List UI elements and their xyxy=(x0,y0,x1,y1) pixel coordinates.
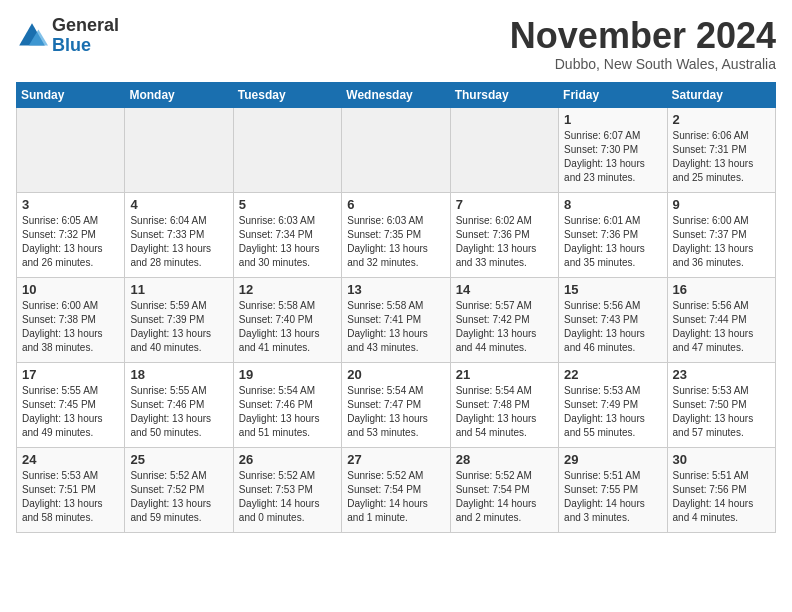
calendar-cell: 12Sunrise: 5:58 AM Sunset: 7:40 PM Dayli… xyxy=(233,277,341,362)
cell-info: Sunrise: 6:05 AM Sunset: 7:32 PM Dayligh… xyxy=(22,214,119,270)
week-row-3: 10Sunrise: 6:00 AM Sunset: 7:38 PM Dayli… xyxy=(17,277,776,362)
cell-info: Sunrise: 5:52 AM Sunset: 7:53 PM Dayligh… xyxy=(239,469,336,525)
header-friday: Friday xyxy=(559,82,667,107)
calendar-cell: 17Sunrise: 5:55 AM Sunset: 7:45 PM Dayli… xyxy=(17,362,125,447)
calendar-cell: 20Sunrise: 5:54 AM Sunset: 7:47 PM Dayli… xyxy=(342,362,450,447)
cell-info: Sunrise: 5:52 AM Sunset: 7:54 PM Dayligh… xyxy=(456,469,553,525)
calendar-cell: 6Sunrise: 6:03 AM Sunset: 7:35 PM Daylig… xyxy=(342,192,450,277)
day-number: 6 xyxy=(347,197,444,212)
calendar-cell: 19Sunrise: 5:54 AM Sunset: 7:46 PM Dayli… xyxy=(233,362,341,447)
day-number: 18 xyxy=(130,367,227,382)
day-number: 3 xyxy=(22,197,119,212)
week-row-4: 17Sunrise: 5:55 AM Sunset: 7:45 PM Dayli… xyxy=(17,362,776,447)
calendar-cell: 3Sunrise: 6:05 AM Sunset: 7:32 PM Daylig… xyxy=(17,192,125,277)
calendar-cell xyxy=(342,107,450,192)
calendar-cell: 23Sunrise: 5:53 AM Sunset: 7:50 PM Dayli… xyxy=(667,362,775,447)
logo-general-text: General xyxy=(52,16,119,36)
calendar-cell: 30Sunrise: 5:51 AM Sunset: 7:56 PM Dayli… xyxy=(667,447,775,532)
cell-info: Sunrise: 5:56 AM Sunset: 7:44 PM Dayligh… xyxy=(673,299,770,355)
calendar-table: SundayMondayTuesdayWednesdayThursdayFrid… xyxy=(16,82,776,533)
logo-icon xyxy=(16,20,48,52)
calendar-cell: 5Sunrise: 6:03 AM Sunset: 7:34 PM Daylig… xyxy=(233,192,341,277)
day-number: 7 xyxy=(456,197,553,212)
calendar-cell xyxy=(17,107,125,192)
cell-info: Sunrise: 5:55 AM Sunset: 7:45 PM Dayligh… xyxy=(22,384,119,440)
cell-info: Sunrise: 5:54 AM Sunset: 7:48 PM Dayligh… xyxy=(456,384,553,440)
header-tuesday: Tuesday xyxy=(233,82,341,107)
week-row-2: 3Sunrise: 6:05 AM Sunset: 7:32 PM Daylig… xyxy=(17,192,776,277)
calendar-cell: 16Sunrise: 5:56 AM Sunset: 7:44 PM Dayli… xyxy=(667,277,775,362)
calendar-cell: 7Sunrise: 6:02 AM Sunset: 7:36 PM Daylig… xyxy=(450,192,558,277)
calendar-cell: 14Sunrise: 5:57 AM Sunset: 7:42 PM Dayli… xyxy=(450,277,558,362)
cell-info: Sunrise: 5:54 AM Sunset: 7:46 PM Dayligh… xyxy=(239,384,336,440)
calendar-cell: 9Sunrise: 6:00 AM Sunset: 7:37 PM Daylig… xyxy=(667,192,775,277)
title-block: November 2024 Dubbo, New South Wales, Au… xyxy=(510,16,776,72)
cell-info: Sunrise: 5:54 AM Sunset: 7:47 PM Dayligh… xyxy=(347,384,444,440)
cell-info: Sunrise: 5:59 AM Sunset: 7:39 PM Dayligh… xyxy=(130,299,227,355)
day-number: 2 xyxy=(673,112,770,127)
logo: General Blue xyxy=(16,16,119,56)
calendar-cell: 24Sunrise: 5:53 AM Sunset: 7:51 PM Dayli… xyxy=(17,447,125,532)
day-number: 23 xyxy=(673,367,770,382)
cell-info: Sunrise: 6:03 AM Sunset: 7:35 PM Dayligh… xyxy=(347,214,444,270)
calendar-cell: 22Sunrise: 5:53 AM Sunset: 7:49 PM Dayli… xyxy=(559,362,667,447)
day-number: 14 xyxy=(456,282,553,297)
day-number: 24 xyxy=(22,452,119,467)
calendar-cell: 28Sunrise: 5:52 AM Sunset: 7:54 PM Dayli… xyxy=(450,447,558,532)
cell-info: Sunrise: 5:56 AM Sunset: 7:43 PM Dayligh… xyxy=(564,299,661,355)
calendar-cell: 13Sunrise: 5:58 AM Sunset: 7:41 PM Dayli… xyxy=(342,277,450,362)
day-number: 10 xyxy=(22,282,119,297)
cell-info: Sunrise: 5:55 AM Sunset: 7:46 PM Dayligh… xyxy=(130,384,227,440)
day-number: 25 xyxy=(130,452,227,467)
day-number: 29 xyxy=(564,452,661,467)
logo-blue-text: Blue xyxy=(52,36,119,56)
day-number: 8 xyxy=(564,197,661,212)
week-row-5: 24Sunrise: 5:53 AM Sunset: 7:51 PM Dayli… xyxy=(17,447,776,532)
cell-info: Sunrise: 5:58 AM Sunset: 7:40 PM Dayligh… xyxy=(239,299,336,355)
month-title: November 2024 xyxy=(510,16,776,56)
calendar-cell: 11Sunrise: 5:59 AM Sunset: 7:39 PM Dayli… xyxy=(125,277,233,362)
day-number: 28 xyxy=(456,452,553,467)
cell-info: Sunrise: 6:04 AM Sunset: 7:33 PM Dayligh… xyxy=(130,214,227,270)
cell-info: Sunrise: 5:58 AM Sunset: 7:41 PM Dayligh… xyxy=(347,299,444,355)
header-thursday: Thursday xyxy=(450,82,558,107)
day-number: 19 xyxy=(239,367,336,382)
calendar-cell xyxy=(450,107,558,192)
header-sunday: Sunday xyxy=(17,82,125,107)
cell-info: Sunrise: 6:03 AM Sunset: 7:34 PM Dayligh… xyxy=(239,214,336,270)
day-number: 13 xyxy=(347,282,444,297)
calendar-cell: 1Sunrise: 6:07 AM Sunset: 7:30 PM Daylig… xyxy=(559,107,667,192)
cell-info: Sunrise: 6:00 AM Sunset: 7:38 PM Dayligh… xyxy=(22,299,119,355)
cell-info: Sunrise: 5:53 AM Sunset: 7:50 PM Dayligh… xyxy=(673,384,770,440)
day-number: 1 xyxy=(564,112,661,127)
calendar-cell: 18Sunrise: 5:55 AM Sunset: 7:46 PM Dayli… xyxy=(125,362,233,447)
page-header: General Blue November 2024 Dubbo, New So… xyxy=(16,16,776,72)
calendar-cell: 2Sunrise: 6:06 AM Sunset: 7:31 PM Daylig… xyxy=(667,107,775,192)
day-number: 16 xyxy=(673,282,770,297)
cell-info: Sunrise: 6:01 AM Sunset: 7:36 PM Dayligh… xyxy=(564,214,661,270)
day-number: 9 xyxy=(673,197,770,212)
header-row: SundayMondayTuesdayWednesdayThursdayFrid… xyxy=(17,82,776,107)
cell-info: Sunrise: 5:51 AM Sunset: 7:56 PM Dayligh… xyxy=(673,469,770,525)
location-subtitle: Dubbo, New South Wales, Australia xyxy=(510,56,776,72)
calendar-cell: 21Sunrise: 5:54 AM Sunset: 7:48 PM Dayli… xyxy=(450,362,558,447)
cell-info: Sunrise: 6:02 AM Sunset: 7:36 PM Dayligh… xyxy=(456,214,553,270)
header-saturday: Saturday xyxy=(667,82,775,107)
day-number: 30 xyxy=(673,452,770,467)
day-number: 15 xyxy=(564,282,661,297)
header-wednesday: Wednesday xyxy=(342,82,450,107)
day-number: 11 xyxy=(130,282,227,297)
calendar-cell xyxy=(125,107,233,192)
cell-info: Sunrise: 5:57 AM Sunset: 7:42 PM Dayligh… xyxy=(456,299,553,355)
header-monday: Monday xyxy=(125,82,233,107)
calendar-cell: 29Sunrise: 5:51 AM Sunset: 7:55 PM Dayli… xyxy=(559,447,667,532)
cell-info: Sunrise: 5:52 AM Sunset: 7:52 PM Dayligh… xyxy=(130,469,227,525)
week-row-1: 1Sunrise: 6:07 AM Sunset: 7:30 PM Daylig… xyxy=(17,107,776,192)
cell-info: Sunrise: 6:07 AM Sunset: 7:30 PM Dayligh… xyxy=(564,129,661,185)
day-number: 12 xyxy=(239,282,336,297)
cell-info: Sunrise: 6:06 AM Sunset: 7:31 PM Dayligh… xyxy=(673,129,770,185)
cell-info: Sunrise: 5:53 AM Sunset: 7:51 PM Dayligh… xyxy=(22,469,119,525)
calendar-cell: 15Sunrise: 5:56 AM Sunset: 7:43 PM Dayli… xyxy=(559,277,667,362)
cell-info: Sunrise: 5:53 AM Sunset: 7:49 PM Dayligh… xyxy=(564,384,661,440)
day-number: 22 xyxy=(564,367,661,382)
